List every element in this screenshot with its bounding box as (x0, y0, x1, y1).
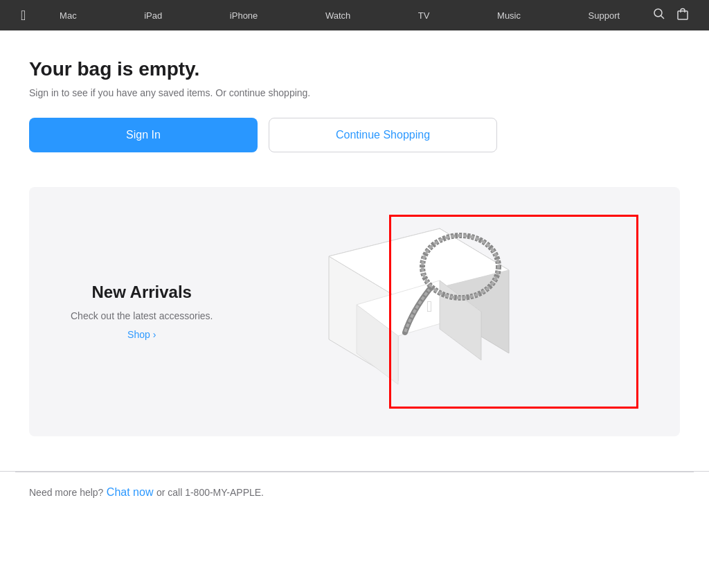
nav-actions (654, 8, 688, 23)
nav-mac[interactable]: Mac (50, 10, 87, 21)
nav-items: Mac iPad iPhone Watch TV Music Support (26, 10, 654, 21)
nav-iphone[interactable]: iPhone (220, 10, 267, 21)
action-buttons: Sign In Continue Shopping (29, 118, 680, 152)
main-content: Your bag is empty. Sign in to see if you… (15, 30, 694, 436)
promo-image:  (213, 215, 638, 409)
promo-text: New Arrivals Check out the latest access… (71, 283, 213, 341)
bag-title: Your bag is empty. (29, 58, 680, 80)
promo-section: New Arrivals Check out the latest access… (29, 187, 680, 436)
promo-shop-link[interactable]: Shop › (127, 329, 156, 340)
nav-music[interactable]: Music (487, 10, 530, 21)
chat-now-link[interactable]: Chat now (107, 486, 154, 498)
nav-ipad[interactable]: iPad (134, 10, 172, 21)
svg-point-0 (654, 9, 662, 17)
svg-rect-2 (678, 11, 688, 19)
navigation:  Mac iPad iPhone Watch TV Music Support (0, 0, 709, 30)
bag-icon[interactable] (677, 8, 688, 23)
promo-subtitle: Check out the latest accessories. (71, 310, 213, 321)
apple-logo[interactable]:  (21, 8, 26, 24)
footer-call-text: or call 1-800-MY-APPLE. (156, 487, 264, 498)
product-svg:  (246, 215, 606, 409)
footer: Need more help? Chat now or call 1-800-M… (15, 472, 694, 513)
footer-outer: Need more help? Chat now or call 1-800-M… (0, 471, 709, 513)
search-icon[interactable] (654, 8, 665, 22)
footer-help-text: Need more help? (29, 487, 103, 498)
svg-line-1 (661, 16, 665, 19)
svg-text::  (427, 298, 432, 315)
nav-support[interactable]: Support (579, 10, 630, 21)
promo-title: New Arrivals (71, 283, 213, 302)
bag-subtitle: Sign in to see if you have any saved ite… (29, 87, 680, 98)
nav-watch[interactable]: Watch (316, 10, 360, 21)
signin-button[interactable]: Sign In (29, 118, 258, 152)
nav-tv[interactable]: TV (409, 10, 440, 21)
continue-shopping-button[interactable]: Continue Shopping (269, 118, 497, 152)
